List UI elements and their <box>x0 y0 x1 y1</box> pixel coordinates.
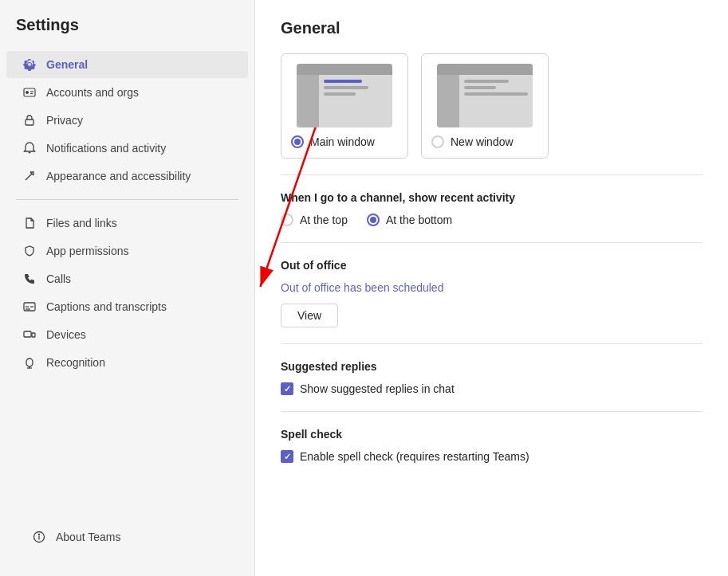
main-window-preview <box>297 64 392 127</box>
new-window-preview <box>437 64 533 127</box>
sidebar: Settings General Accounts and orgs Priva… <box>0 0 255 576</box>
